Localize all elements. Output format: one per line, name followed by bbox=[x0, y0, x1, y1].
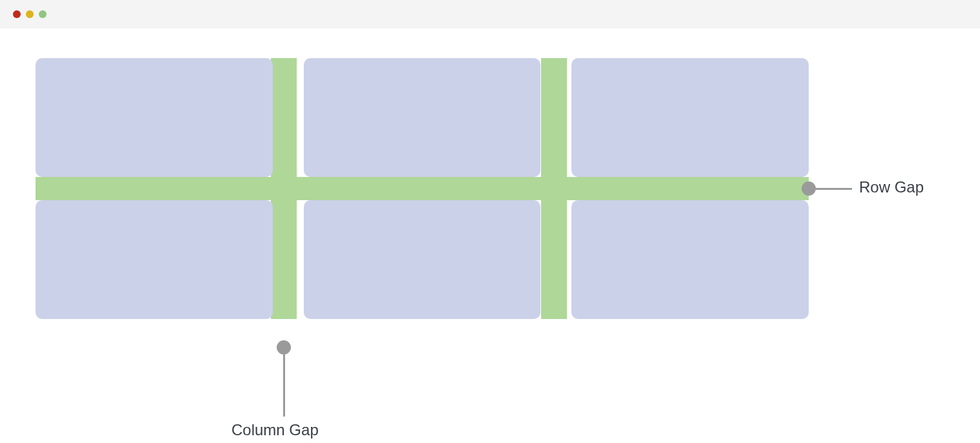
grid bbox=[36, 58, 809, 319]
grid-cell bbox=[304, 200, 541, 319]
callout-dot-icon bbox=[802, 181, 816, 196]
minimize-icon[interactable] bbox=[26, 10, 34, 18]
diagram-canvas: Row Gap Column Gap bbox=[0, 28, 980, 319]
grid-cell bbox=[571, 200, 809, 319]
row-gap-label: Row Gap bbox=[859, 178, 924, 196]
grid-cell bbox=[36, 200, 273, 319]
close-icon[interactable] bbox=[13, 10, 21, 18]
grid-cell bbox=[304, 58, 541, 177]
window-titlebar bbox=[0, 0, 980, 28]
callout-line bbox=[816, 188, 852, 190]
column-gap-label: Column Gap bbox=[231, 421, 319, 439]
grid-container bbox=[36, 58, 809, 319]
callout-line bbox=[283, 355, 285, 417]
callout-dot-icon bbox=[277, 340, 291, 355]
grid-cell bbox=[571, 58, 809, 177]
maximize-icon[interactable] bbox=[39, 10, 47, 18]
grid-cell bbox=[36, 58, 273, 177]
